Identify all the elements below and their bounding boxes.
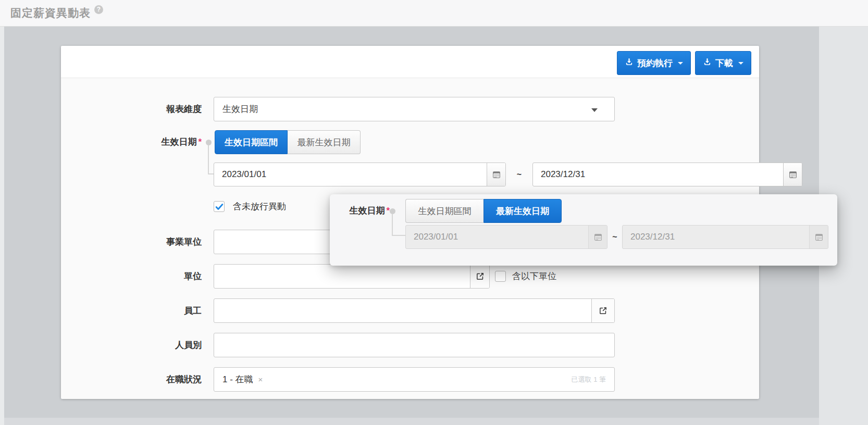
left-edge-strip — [0, 27, 4, 425]
popup-effective-date-label-text: 生效日期 — [349, 206, 385, 216]
selected-count: 已選取 1 筆 — [572, 375, 606, 384]
employee-input[interactable] — [214, 299, 591, 322]
required-asterisk: * — [198, 137, 202, 147]
employee-label: 員工 — [61, 298, 202, 323]
business-unit-label: 事業單位 — [61, 230, 202, 254]
chevron-down-icon — [591, 108, 598, 112]
calendar-icon — [588, 226, 607, 248]
calendar-icon — [809, 226, 828, 248]
popup-date-range-separator: ~ — [607, 232, 622, 242]
external-link-icon[interactable] — [591, 299, 614, 322]
date-to-input[interactable] — [533, 163, 783, 186]
popup-date-from-input — [406, 226, 588, 248]
required-asterisk: * — [386, 206, 390, 216]
include-pending-checkbox[interactable] — [214, 201, 225, 212]
employee-input-group — [214, 298, 615, 323]
help-icon[interactable]: ? — [94, 5, 103, 14]
download-icon — [703, 57, 712, 69]
check-icon — [215, 202, 224, 211]
card-toolbar: 預約執行 下載 — [61, 46, 759, 78]
report-dimension-value: 生效日期 — [222, 103, 258, 115]
page-header: 固定薪資異動表 ? — [0, 0, 868, 27]
effective-date-popup: 生效日期* 生效日期區間 最新生效日期 ~ — [330, 194, 837, 266]
include-sub-unit-checkbox[interactable] — [495, 271, 506, 282]
connector-line — [392, 235, 405, 236]
toggle-date-range[interactable]: 生效日期區間 — [215, 130, 288, 154]
connector-dot — [390, 208, 395, 214]
external-link-icon[interactable] — [470, 265, 489, 288]
date-from-group — [214, 162, 506, 186]
connector-line — [392, 214, 393, 236]
calendar-icon[interactable] — [487, 163, 505, 186]
popup-toggle-latest-date[interactable]: 最新生效日期 — [483, 199, 562, 223]
page-title: 固定薪資異動表 — [10, 6, 91, 20]
chevron-down-icon — [678, 62, 683, 65]
date-to-group — [532, 162, 802, 186]
effective-date-label: 生效日期* — [61, 130, 202, 154]
remove-tag-icon[interactable]: × — [258, 375, 263, 384]
download-icon — [625, 57, 634, 69]
effective-date-label-text: 生效日期 — [161, 137, 196, 147]
connector-dot — [206, 140, 212, 145]
personnel-type-label: 人員別 — [61, 333, 202, 357]
toggle-latest-date[interactable]: 最新生效日期 — [288, 130, 361, 154]
unit-label: 單位 — [61, 264, 202, 289]
employment-status-label: 在職狀況 — [61, 367, 202, 392]
effective-date-toggle: 生效日期區間 最新生效日期 — [215, 130, 361, 154]
popup-date-to-input — [623, 226, 809, 248]
status-tag: 1 - 在職 — [222, 373, 253, 385]
schedule-run-label: 預約執行 — [637, 57, 673, 69]
unit-input-group — [214, 264, 490, 289]
toolbar-buttons: 預約執行 下載 — [617, 51, 751, 75]
download-button[interactable]: 下載 — [695, 51, 751, 75]
popup-toggle-date-range[interactable]: 生效日期區間 — [405, 199, 483, 223]
include-sub-unit-label: 含以下單位 — [512, 264, 556, 289]
calendar-icon[interactable] — [783, 163, 802, 186]
connector-line — [208, 145, 209, 174]
download-label: 下載 — [715, 57, 733, 69]
date-range-separator: ~ — [506, 170, 532, 179]
unit-input[interactable] — [214, 265, 470, 288]
personnel-type-input[interactable] — [214, 333, 615, 357]
popup-date-to-group — [622, 225, 828, 249]
employment-status-input[interactable]: 1 - 在職 × 已選取 1 筆 — [214, 367, 615, 392]
chevron-down-icon — [738, 62, 743, 65]
schedule-run-button[interactable]: 預約執行 — [617, 51, 691, 75]
date-from-input[interactable] — [214, 163, 487, 186]
bottom-scroll-strip[interactable] — [4, 418, 819, 425]
app-window: 固定薪資異動表 ? 預約執行 下載 — [0, 0, 868, 425]
report-dimension-select[interactable]: 生效日期 — [214, 97, 615, 121]
popup-date-from-group — [405, 225, 607, 249]
popup-effective-date-label: 生效日期* — [330, 199, 390, 223]
report-dimension-label: 報表維度 — [61, 97, 202, 121]
include-pending-label: 含未放行異動 — [233, 201, 286, 213]
popup-effective-date-toggle: 生效日期區間 最新生效日期 — [405, 199, 562, 223]
